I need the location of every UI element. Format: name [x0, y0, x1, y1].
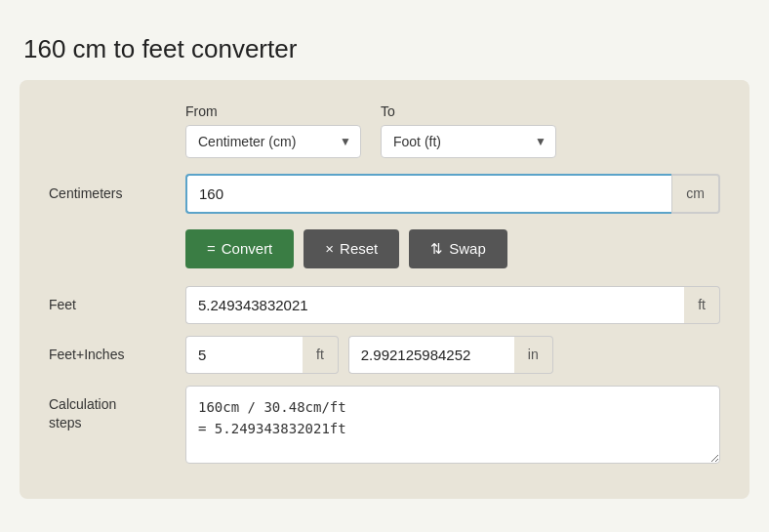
inches-part-badge: in	[514, 336, 553, 374]
convert-label: Convert	[222, 240, 273, 257]
feet-unit-badge: ft	[684, 286, 720, 324]
calc-row: Calculationsteps 160cm / 30.48cm/ft = 5.…	[49, 386, 720, 464]
page-title: 160 cm to feet converter	[20, 34, 749, 64]
swap-icon: ⇅	[430, 240, 443, 258]
calc-label: Calculationsteps	[49, 386, 185, 433]
reset-icon: ×	[325, 240, 334, 257]
reset-button[interactable]: × Reset	[304, 229, 399, 268]
from-to-row: From Centimeter (cm) Meter (m) Inch (in)…	[49, 103, 720, 158]
feet-part-wrapper: ft	[185, 336, 339, 374]
to-select-wrapper: Foot (ft) Meter (m) Centimeter (cm) Inch…	[381, 125, 556, 158]
from-group: From Centimeter (cm) Meter (m) Inch (in)…	[185, 103, 361, 158]
from-select-wrapper: Centimeter (cm) Meter (m) Inch (in) Foot…	[185, 125, 361, 158]
swap-button[interactable]: ⇅ Swap	[409, 229, 507, 268]
inches-part-input[interactable]	[348, 336, 514, 374]
feet-result-input[interactable]	[185, 286, 684, 324]
feet-inches-inputs: ft in	[185, 336, 553, 374]
input-with-unit: cm	[185, 174, 720, 214]
feet-result-with-unit: ft	[185, 286, 720, 324]
swap-label: Swap	[449, 240, 486, 257]
from-label: From	[185, 103, 361, 119]
from-unit-select[interactable]: Centimeter (cm) Meter (m) Inch (in) Foot…	[185, 125, 361, 158]
feet-part-input[interactable]	[185, 336, 303, 374]
converter-card: From Centimeter (cm) Meter (m) Inch (in)…	[20, 80, 749, 499]
convert-button[interactable]: = Convert	[185, 229, 294, 268]
calc-textarea[interactable]: 160cm / 30.48cm/ft = 5.249343832021ft	[185, 386, 720, 464]
to-label: To	[381, 103, 556, 119]
feet-label: Feet	[49, 297, 185, 312]
centimeters-label: Centimeters	[49, 185, 185, 201]
feet-part-badge: ft	[303, 336, 339, 374]
convert-icon: =	[207, 240, 216, 257]
feet-result-row: Feet ft	[49, 286, 720, 324]
cm-badge: cm	[671, 174, 720, 214]
inches-part-wrapper: in	[348, 336, 553, 374]
to-group: To Foot (ft) Meter (m) Centimeter (cm) I…	[381, 103, 556, 158]
feet-inches-row: Feet+Inches ft in	[49, 336, 720, 374]
feet-inches-label: Feet+Inches	[49, 347, 185, 362]
centimeters-input[interactable]	[185, 174, 671, 214]
reset-label: Reset	[340, 240, 378, 257]
to-unit-select[interactable]: Foot (ft) Meter (m) Centimeter (cm) Inch…	[381, 125, 556, 158]
page-wrapper: 160 cm to feet converter From Centimeter…	[20, 34, 749, 499]
input-row: Centimeters cm	[49, 174, 720, 214]
buttons-row: = Convert × Reset ⇅ Swap	[49, 229, 720, 268]
